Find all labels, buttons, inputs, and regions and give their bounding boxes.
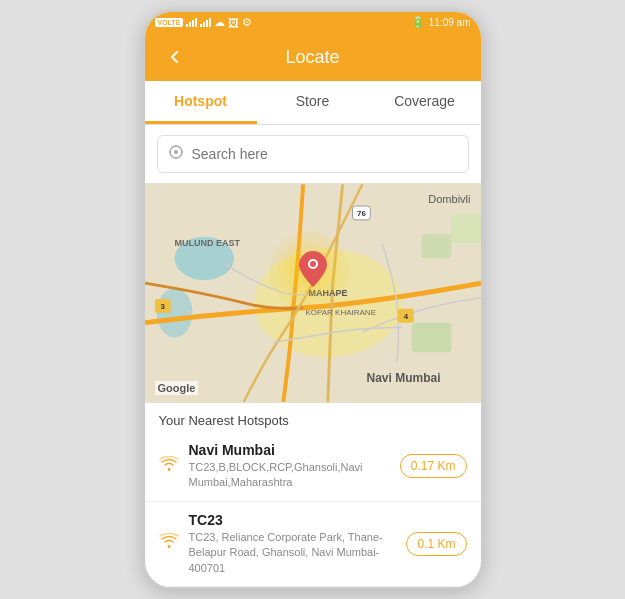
svg-rect-12 — [451, 214, 481, 244]
hotspot-item-1[interactable]: TC23 TC23, Reliance Corporate Park, Than… — [145, 502, 481, 587]
search-input[interactable] — [192, 146, 458, 162]
hotspot-name-0: Navi Mumbai — [189, 442, 392, 458]
hotspot-distance-1[interactable]: 0.1 Km — [406, 532, 466, 556]
signal-bar-2 — [200, 18, 211, 27]
battery-icon: 🔋 — [411, 16, 425, 29]
dombivli-label: Dombivli — [428, 193, 470, 205]
svg-text:76: 76 — [357, 209, 366, 218]
google-label: Google — [155, 381, 199, 395]
volte-badge: VOLTE — [155, 18, 184, 27]
status-right: 🔋 11:09 am — [411, 16, 471, 29]
settings-icon: ⚙ — [242, 16, 252, 29]
image-icon: 🖼 — [228, 17, 239, 29]
tab-coverage[interactable]: Coverage — [369, 81, 481, 124]
wifi-icon-0 — [159, 456, 179, 477]
tab-hotspot[interactable]: Hotspot — [145, 81, 257, 124]
header: Locate — [145, 33, 481, 81]
svg-text:4: 4 — [403, 312, 408, 321]
hotspot-distance-0[interactable]: 0.17 Km — [400, 454, 467, 478]
map-container[interactable]: 3 4 76 Dombivli MULUND EAST MAHAPE KOPAR… — [145, 183, 481, 403]
hotspot-address-1: TC23, Reliance Corporate Park, Thane-Bel… — [189, 530, 399, 576]
status-bar: VOLTE ☁ 🖼 ⚙ 🔋 11:09 am — [145, 12, 481, 33]
time-display: 11:09 am — [429, 17, 471, 28]
wifi-icon-1 — [159, 533, 179, 554]
map-pin-container — [299, 251, 327, 291]
svg-point-1 — [174, 150, 178, 154]
hotspot-name-1: TC23 — [189, 512, 399, 528]
hotspot-item-0[interactable]: Navi Mumbai TC23,B,BLOCK,RCP,Ghansoli,Na… — [145, 432, 481, 502]
hotspot-info-0: Navi Mumbai TC23,B,BLOCK,RCP,Ghansoli,Na… — [189, 442, 392, 491]
hotspot-address-0: TC23,B,BLOCK,RCP,Ghansoli,Navi Mumbai,Ma… — [189, 460, 392, 491]
mulund-label: MULUND EAST — [175, 238, 241, 248]
location-target-icon — [168, 144, 184, 164]
page-title: Locate — [189, 47, 437, 68]
svg-point-20 — [310, 261, 316, 267]
status-left: VOLTE ☁ 🖼 ⚙ — [155, 16, 253, 29]
tab-bar: Hotspot Store Coverage — [145, 81, 481, 125]
tab-store[interactable]: Store — [257, 81, 369, 124]
search-bar[interactable] — [157, 135, 469, 173]
map-pin-icon — [299, 251, 327, 287]
nearest-section-label: Your Nearest Hotspots — [145, 403, 481, 432]
back-button[interactable] — [161, 43, 189, 71]
phone-frame: VOLTE ☁ 🖼 ⚙ 🔋 11:09 am — [143, 10, 483, 589]
svg-rect-11 — [421, 234, 451, 259]
svg-text:3: 3 — [160, 302, 165, 311]
cloud-icon: ☁ — [214, 16, 225, 29]
navi-mumbai-map-label: Navi Mumbai — [366, 371, 440, 385]
hotspot-info-1: TC23 TC23, Reliance Corporate Park, Than… — [189, 512, 399, 576]
signal-bar-1 — [186, 18, 197, 27]
svg-rect-10 — [411, 323, 451, 353]
